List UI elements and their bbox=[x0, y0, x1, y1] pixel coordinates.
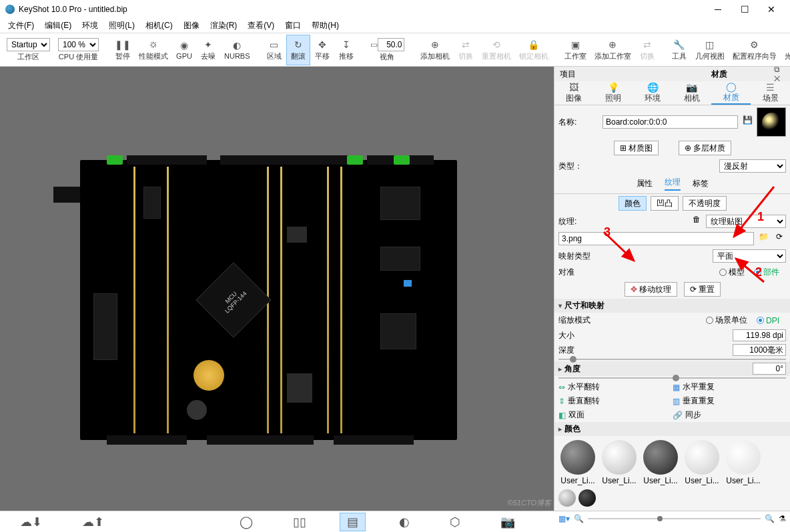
toolbar-CPU 使用量[interactable]: 100 %CPU 使用量 bbox=[54, 35, 103, 65]
panel-tab-场景[interactable]: ☰场景 bbox=[751, 81, 790, 105]
menu-item-4[interactable]: 相机(C) bbox=[140, 19, 178, 33]
menu-item-8[interactable]: 窗口 bbox=[280, 19, 306, 33]
material-swatch-1[interactable]: User_Li... bbox=[600, 440, 639, 485]
menu-item-9[interactable]: 帮助(H) bbox=[306, 19, 344, 33]
bottom-animation-icon[interactable]: ◐ bbox=[392, 513, 416, 531]
panel-tab-图像[interactable]: 🖼图像 bbox=[554, 81, 594, 105]
toolbar-添加工作室[interactable]: ⊕添加工作室 bbox=[590, 35, 635, 65]
toolbar-平移[interactable]: ✥平移 bbox=[310, 35, 334, 65]
section-color[interactable]: 颜色 bbox=[554, 422, 790, 436]
zoom-slider[interactable] bbox=[588, 518, 761, 519]
toolbar-暂停[interactable]: ❚❚暂停 bbox=[111, 35, 135, 65]
swatch-extra-1[interactable] bbox=[558, 489, 576, 507]
refresh-icon[interactable]: ⟳ bbox=[773, 232, 786, 245]
bottom-render-icon[interactable]: ⬡ bbox=[443, 513, 467, 531]
panel-tab-材质[interactable]: ◯材质 bbox=[711, 81, 751, 105]
subtab-texture[interactable]: 纹理 bbox=[665, 177, 681, 191]
toolbar-添加相机[interactable]: ⊕添加相机 bbox=[416, 35, 454, 65]
scale-scene-radio[interactable]: 场景单位 bbox=[706, 315, 747, 326]
workspace-select[interactable]: Startup bbox=[7, 38, 50, 51]
material-swatch-3[interactable]: User_Li... bbox=[683, 440, 721, 485]
zoom-in-icon[interactable]: 🔍 bbox=[765, 514, 775, 523]
opacity-button[interactable]: 不透明度 bbox=[683, 196, 727, 211]
menu-item-6[interactable]: 渲染(R) bbox=[205, 19, 243, 33]
cloud-upload-icon[interactable]: ☁⬆ bbox=[75, 513, 111, 531]
align-model-radio[interactable]: 模型 bbox=[719, 267, 745, 278]
size-input[interactable] bbox=[733, 329, 786, 341]
subtab-labels[interactable]: 标签 bbox=[693, 178, 709, 189]
toolbar-翻滚[interactable]: ↻翻滚 bbox=[286, 35, 310, 65]
double-sided-icon[interactable]: ◧ bbox=[558, 411, 566, 420]
menu-item-1[interactable]: 编辑(E) bbox=[39, 19, 77, 33]
material-swatch-0[interactable]: User_Li... bbox=[558, 440, 597, 485]
toolbar-性能模式[interactable]: ⛭性能模式 bbox=[135, 35, 172, 65]
multilayer-button[interactable]: ⊕多层材质 bbox=[679, 141, 731, 155]
maximize-button[interactable]: ☐ bbox=[731, 4, 758, 15]
toolbar-工作区[interactable]: Startup工作区 bbox=[3, 35, 54, 65]
section-angle[interactable]: 角度 bbox=[554, 361, 790, 376]
toolbar-GPU[interactable]: ◉GPU bbox=[172, 35, 196, 65]
hflip-icon[interactable]: ⇔ bbox=[558, 383, 565, 392]
menu-item-3[interactable]: 照明(L) bbox=[103, 19, 140, 33]
hrepeat-icon[interactable]: ▦ bbox=[673, 383, 680, 392]
toolbar-光管理器[interactable]: ☀光管理器 bbox=[781, 35, 790, 65]
swatch-extra-2[interactable] bbox=[578, 489, 596, 507]
bottom-material-icon[interactable]: ◯ bbox=[233, 513, 260, 531]
zoom-select[interactable]: 100 % bbox=[58, 38, 99, 51]
zoom-out-icon[interactable]: 🔍 bbox=[574, 514, 584, 523]
panel-tab-相机[interactable]: 📷相机 bbox=[672, 81, 711, 105]
move-texture-button[interactable]: ✥移动纹理 bbox=[625, 282, 677, 297]
save-material-icon[interactable]: 💾 bbox=[741, 115, 754, 129]
material-preview[interactable] bbox=[757, 107, 786, 137]
section-size-mapping[interactable]: 尺寸和映射 bbox=[554, 299, 790, 313]
scale-dpi-radio[interactable]: DPI bbox=[757, 316, 779, 325]
bottom-project-icon[interactable]: ▤ bbox=[340, 513, 366, 531]
render-viewport[interactable]: MCULQFP-144 ©51CTO博客 bbox=[0, 67, 554, 511]
menu-item-0[interactable]: 文件(F) bbox=[3, 19, 39, 33]
toolbar-配置程序向导[interactable]: ⚙配置程序向导 bbox=[729, 35, 781, 65]
color-button[interactable]: 颜色 bbox=[619, 196, 647, 211]
fov-input[interactable] bbox=[378, 38, 404, 51]
toolbar-区域[interactable]: ▭区域 bbox=[262, 35, 286, 65]
toolbar-视角[interactable]: ▭视角 bbox=[366, 35, 408, 65]
menu-item-5[interactable]: 图像 bbox=[178, 19, 205, 33]
filter-icon[interactable]: ⚗ bbox=[779, 514, 786, 523]
minimize-button[interactable]: ─ bbox=[705, 4, 731, 15]
browse-file-icon[interactable]: 📁 bbox=[757, 232, 770, 245]
close-button[interactable]: ✕ bbox=[758, 4, 785, 15]
bump-button[interactable]: 凹凸 bbox=[651, 196, 679, 211]
panel-popout-icon[interactable]: ⧉ bbox=[774, 65, 780, 74]
subtab-properties[interactable]: 属性 bbox=[637, 178, 653, 189]
material-graph-button[interactable]: ⊞材质图 bbox=[614, 141, 659, 155]
material-swatch-4[interactable]: User_Li... bbox=[724, 440, 763, 485]
delete-texture-icon[interactable]: 🗑 bbox=[690, 215, 703, 228]
material-type-select[interactable]: 漫反射 bbox=[719, 159, 786, 173]
toolbar-推移[interactable]: ↧推移 bbox=[334, 35, 358, 65]
vflip-icon[interactable]: ⇕ bbox=[558, 397, 565, 406]
texture-file-input[interactable] bbox=[558, 232, 754, 245]
panel-tab-环境[interactable]: 🌐环境 bbox=[633, 81, 673, 105]
menu-item-7[interactable]: 查看(V) bbox=[242, 19, 280, 33]
texture-type-select[interactable]: 纹理贴图 bbox=[706, 215, 786, 228]
angle-input[interactable] bbox=[753, 363, 786, 375]
angle-slider[interactable] bbox=[558, 377, 786, 379]
toolbar-几何视图[interactable]: ◫几何视图 bbox=[691, 35, 729, 65]
cloud-download-icon[interactable]: ☁⬇ bbox=[13, 513, 49, 531]
grid-view-icon[interactable]: ▦▾ bbox=[558, 514, 570, 523]
depth-input[interactable] bbox=[733, 344, 786, 356]
panel-tab-照明[interactable]: 💡照明 bbox=[594, 81, 633, 105]
toolbar-工作室[interactable]: ▣工作室 bbox=[560, 35, 590, 65]
bottom-library-icon[interactable]: ▯▯ bbox=[286, 513, 313, 531]
mapping-type-select[interactable]: 平面 bbox=[713, 249, 786, 263]
toolbar-工具[interactable]: 🔧工具 bbox=[667, 35, 691, 65]
toolbar-去噪[interactable]: ✦去噪 bbox=[196, 35, 220, 65]
menu-item-2[interactable]: 环境 bbox=[77, 19, 103, 33]
vrepeat-icon[interactable]: ▥ bbox=[673, 397, 680, 406]
toolbar-NURBS[interactable]: ◐NURBS bbox=[220, 35, 254, 65]
reset-button[interactable]: ⟳重置 bbox=[684, 282, 721, 297]
sync-icon[interactable]: 🔗 bbox=[673, 411, 683, 420]
depth-slider[interactable] bbox=[558, 359, 786, 360]
bottom-camera-icon[interactable]: 📷 bbox=[494, 513, 522, 531]
material-swatch-2[interactable]: User_Li... bbox=[641, 440, 680, 485]
material-name-input[interactable] bbox=[603, 115, 738, 129]
